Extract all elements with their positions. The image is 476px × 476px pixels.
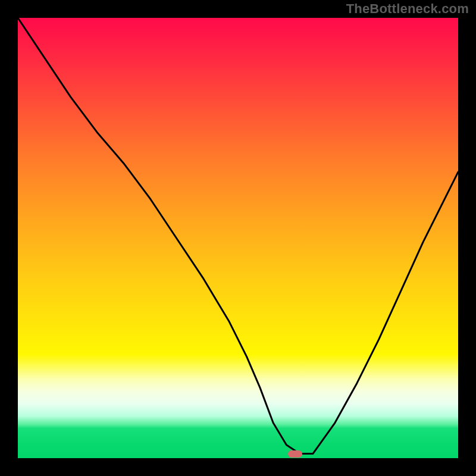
watermark-text: TheBottleneck.com: [346, 1, 469, 17]
plot-area: [18, 18, 458, 458]
optimal-marker: [288, 450, 302, 458]
chart-frame: TheBottleneck.com: [0, 0, 476, 476]
bottleneck-curve: [18, 18, 458, 458]
